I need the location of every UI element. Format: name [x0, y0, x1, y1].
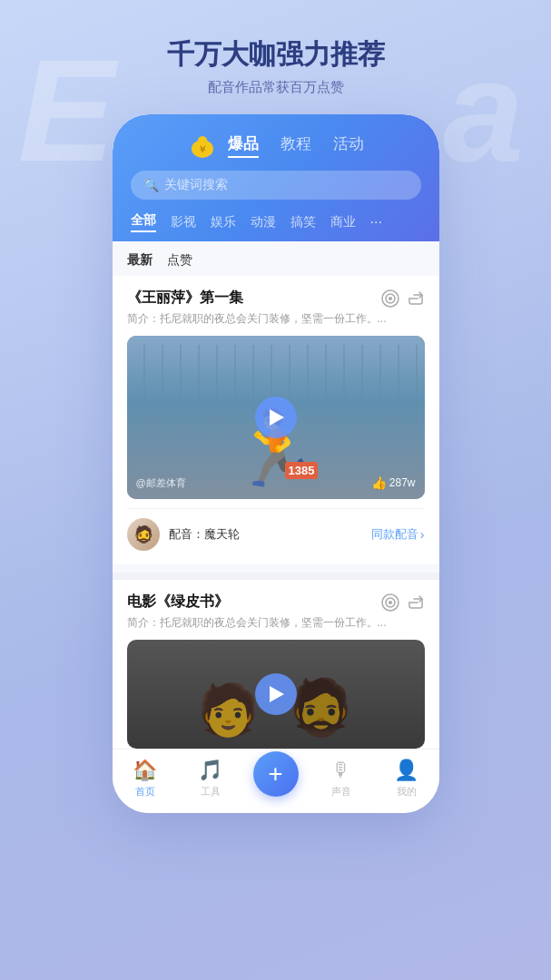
card1-dubbing-link[interactable]: 同款配音 › [371, 526, 425, 543]
cat-tab-yule[interactable]: 娱乐 [211, 214, 236, 230]
card2-desc: 简介：托尼就职的夜总会关门装修，坚需一份工作。... [127, 615, 425, 631]
nav-tab-huodong[interactable]: 活动 [333, 133, 364, 158]
card1-dubbing-icon[interactable] [381, 289, 399, 308]
tools-icon: 🎵 [198, 759, 222, 782]
card1-avatar: 🧔 [127, 518, 160, 551]
phone-mockup: ￥ 爆品 教程 活动 🔍 关键词搜索 全部 影视 娱乐 动漫 搞笑 商业 ··· [113, 114, 439, 813]
card1-dubbing-name: 配音：魔天轮 [169, 526, 240, 543]
card1-icons [381, 289, 425, 308]
video-card-1: 《王丽萍》第一集 [113, 276, 439, 564]
card1-desc: 简介：托尼就职的夜总会关门装修，坚需一份工作。... [127, 311, 425, 327]
nav-label-home: 首页 [135, 785, 155, 799]
bg-letter-a: a [443, 27, 524, 163]
nav-item-home[interactable]: 🏠 首页 [113, 759, 178, 799]
card-divider [113, 573, 439, 580]
card1-title: 《王丽萍》第一集 [127, 289, 243, 308]
bg-letter-e: E [18, 27, 115, 163]
card2-play-button[interactable] [255, 673, 297, 715]
nav-tabs: 爆品 教程 活动 [228, 133, 364, 158]
chevron-right-icon: › [420, 527, 425, 542]
cat-tab-dongman[interactable]: 动漫 [251, 214, 276, 230]
search-placeholder-text: 关键词搜索 [164, 177, 228, 193]
card1-thumbnail[interactable]: 🏃 1385 @邮差体育 👍 287w [127, 336, 425, 499]
sort-tab-latest[interactable]: 最新 [127, 252, 153, 269]
card2-title: 电影《绿皮书》 [127, 593, 229, 612]
svg-point-1 [198, 137, 207, 143]
sort-tab-likes[interactable]: 点赞 [167, 252, 192, 269]
video-card-2: 电影《绿皮书》 [113, 580, 439, 749]
app-content: 最新 点赞 《王丽萍》第一集 [113, 241, 439, 749]
card1-likes-icon: 👍 [371, 475, 387, 490]
card1-likes: 👍 287w [371, 475, 416, 490]
cat-tab-gaoxiao[interactable]: 搞笑 [290, 214, 316, 230]
svg-point-5 [389, 297, 392, 300]
nav-tab-baoping[interactable]: 爆品 [228, 133, 259, 158]
card2-title-row: 电影《绿皮书》 [127, 593, 425, 612]
card1-dubbing-row: 🧔 配音：魔天轮 同款配音 › [127, 508, 425, 564]
hero-subtitle: 配音作品常获百万点赞 [167, 79, 385, 96]
nav-tab-jiaocheng[interactable]: 教程 [280, 133, 311, 158]
home-icon: 🏠 [133, 759, 157, 782]
card1-watermark: @邮差体育 [136, 476, 186, 490]
svg-point-9 [389, 601, 392, 604]
card2-share-icon[interactable] [407, 593, 425, 612]
sort-tabs: 最新 点赞 [113, 241, 439, 276]
hero-title: 千万大咖强力推荐 [167, 36, 385, 74]
card1-share-icon[interactable] [407, 289, 425, 308]
nav-item-mine[interactable]: 👤 我的 [374, 759, 439, 799]
nav-item-voice[interactable]: 🎙 声音 [309, 759, 374, 799]
card1-dubbing-left: 🧔 配音：魔天轮 [127, 518, 240, 551]
bottom-nav: 🏠 首页 🎵 工具 + 🎙 声音 👤 我的 [113, 749, 439, 813]
cat-tab-shangye[interactable]: 商业 [330, 214, 356, 230]
search-icon: 🔍 [143, 178, 159, 192]
app-logo-nav: ￥ 爆品 教程 活动 [131, 131, 421, 160]
app-header: ￥ 爆品 教程 活动 🔍 关键词搜索 全部 影视 娱乐 动漫 搞笑 商业 ··· [113, 114, 439, 241]
category-tabs: 全部 影视 娱乐 动漫 搞笑 商业 ··· [131, 212, 421, 241]
cat-tab-yingshi[interactable]: 影视 [171, 214, 196, 230]
card1-play-button[interactable] [255, 397, 297, 438]
nav-label-voice: 声音 [331, 785, 351, 799]
card2-thumbnail[interactable]: 🧑 🧔 [127, 640, 425, 749]
mine-icon: 👤 [394, 759, 418, 782]
card2-dubbing-icon[interactable] [381, 593, 399, 612]
nav-label-tools: 工具 [201, 785, 221, 799]
nav-label-mine: 我的 [397, 785, 417, 799]
add-button[interactable]: + [253, 751, 299, 797]
nav-item-tools[interactable]: 🎵 工具 [178, 759, 243, 799]
nav-item-add[interactable]: + [243, 760, 309, 797]
voice-icon: 🎙 [331, 759, 351, 782]
search-bar[interactable]: 🔍 关键词搜索 [131, 171, 421, 200]
add-icon: + [268, 761, 282, 787]
card1-title-row: 《王丽萍》第一集 [127, 289, 425, 308]
cat-tab-all[interactable]: 全部 [131, 212, 156, 232]
cat-more-icon[interactable]: ··· [370, 214, 382, 230]
card2-icons [381, 593, 425, 612]
svg-text:￥: ￥ [198, 144, 207, 154]
bib-number: 1385 [285, 462, 319, 479]
logo-icon: ￥ [188, 131, 217, 160]
hero-header: 千万大咖强力推荐 配音作品常获百万点赞 [167, 0, 385, 96]
